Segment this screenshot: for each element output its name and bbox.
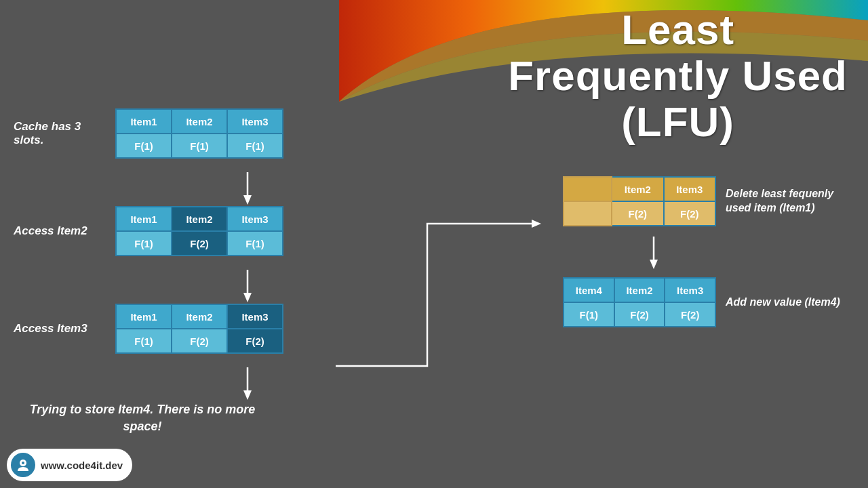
arrow-down-1 xyxy=(115,172,380,206)
access2-item2-header: Item2 xyxy=(172,207,227,231)
delete-item3-header: Item3 xyxy=(664,177,715,201)
add-item4-header: Item4 xyxy=(564,278,614,302)
access3-item2-freq: F(2) xyxy=(172,329,227,353)
main-content: Cache has 3 slots. Item1 Item2 Item3 F(1… xyxy=(0,102,868,488)
delete-state: Item2 Item3 F(2) F(2) Delete least feque… xyxy=(563,176,848,226)
svg-marker-7 xyxy=(650,260,658,269)
arrow-down-3 xyxy=(115,367,380,401)
left-column: Cache has 3 slots. Item1 Item2 Item3 F(1… xyxy=(14,108,380,435)
initial-label: Cache has 3 slots. xyxy=(14,120,108,147)
access3-item1-freq: F(1) xyxy=(116,329,172,353)
title-line1: Least xyxy=(621,6,734,53)
title-line2: Frequently Used xyxy=(508,52,848,99)
access2-item1-freq: F(1) xyxy=(116,231,172,256)
add-item3-freq: F(2) xyxy=(665,302,715,327)
access2-state: Access Item2 Item1 Item2 Item3 F(1) F(2)… xyxy=(14,206,380,256)
initial-item3-freq: F(1) xyxy=(227,134,283,158)
add-item4-freq: F(1) xyxy=(564,302,614,327)
arrow-down-2 xyxy=(115,270,380,304)
delete-table: Item2 Item3 F(2) F(2) xyxy=(563,176,716,226)
add-table: Item4 Item2 Item3 F(1) F(2) F(2) xyxy=(563,277,716,327)
access2-item3-freq: F(1) xyxy=(227,231,283,256)
access3-item1-header: Item1 xyxy=(116,304,172,329)
access3-item3-freq: F(2) xyxy=(227,329,283,353)
arrow-down-right xyxy=(646,237,848,270)
add-state: Item4 Item2 Item3 F(1) F(2) F(2) Add new… xyxy=(563,277,848,327)
svg-marker-1 xyxy=(243,195,252,205)
access2-item2-freq: F(2) xyxy=(172,231,227,256)
initial-item1-header: Item1 xyxy=(116,109,172,134)
initial-item2-header: Item2 xyxy=(172,109,227,134)
access3-table: Item1 Item2 Item3 F(1) F(2) F(2) xyxy=(115,304,283,354)
add-item2-freq: F(2) xyxy=(614,302,665,327)
access3-label: Access Item3 xyxy=(14,322,108,336)
logo-area: www.code4it.dev xyxy=(7,449,132,481)
delete-item2-freq: F(2) xyxy=(612,201,663,226)
initial-item3-header: Item3 xyxy=(227,109,283,134)
delete-item1-header xyxy=(564,177,612,201)
access3-item3-header: Item3 xyxy=(227,304,283,329)
add-item3-header: Item3 xyxy=(665,278,715,302)
access3-state: Access Item3 Item1 Item2 Item3 F(1) F(2)… xyxy=(14,304,380,354)
initial-state: Cache has 3 slots. Item1 Item2 Item3 F(1… xyxy=(14,108,380,159)
title-heading: Least Frequently Used (LFU) xyxy=(508,7,848,146)
svg-point-10 xyxy=(22,462,24,464)
delete-item1-freq xyxy=(564,201,612,226)
initial-item2-freq: F(1) xyxy=(172,134,227,158)
access2-item3-header: Item3 xyxy=(227,207,283,231)
access2-table: Item1 Item2 Item3 F(1) F(2) F(1) xyxy=(115,206,283,256)
initial-item1-freq: F(1) xyxy=(116,134,172,158)
access2-item1-header: Item1 xyxy=(116,207,172,231)
delete-item2-header: Item2 xyxy=(612,177,663,201)
delete-label: Delete least fequenly used item (Item1) xyxy=(726,187,848,216)
access2-label: Access Item2 xyxy=(14,224,108,238)
svg-marker-5 xyxy=(243,390,252,400)
add-label: Add new value (Item4) xyxy=(726,296,848,310)
initial-table: Item1 Item2 Item3 F(1) F(1) F(1) xyxy=(115,108,283,159)
logo-text: www.code4it.dev xyxy=(41,460,123,471)
svg-marker-3 xyxy=(243,293,252,302)
logo-icon xyxy=(11,453,35,477)
title-area: Least Frequently Used (LFU) xyxy=(508,7,848,146)
right-column: Item2 Item3 F(2) F(2) Delete least feque… xyxy=(563,176,848,338)
title-line3: (LFU) xyxy=(621,98,734,145)
access3-item2-header: Item2 xyxy=(172,304,227,329)
delete-item3-freq: F(2) xyxy=(664,201,715,226)
add-item2-header: Item2 xyxy=(614,278,665,302)
bottom-text: Trying to store Item4. There is no more … xyxy=(20,401,264,435)
